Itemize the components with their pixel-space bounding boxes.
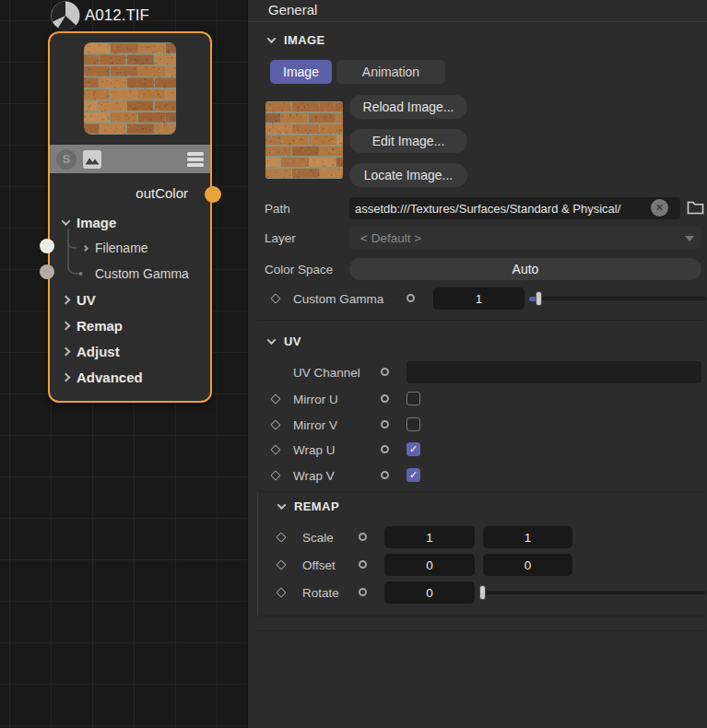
custom-gamma-slider[interactable] — [529, 297, 706, 300]
browse-folder-icon[interactable] — [687, 199, 704, 215]
tree-item-image[interactable]: Image — [50, 209, 210, 235]
tree-item-custom-gamma[interactable]: Custom Gamma — [50, 261, 210, 287]
connection-port-icon[interactable] — [381, 368, 389, 376]
mirror-v-checkbox[interactable]: ✓ — [407, 417, 420, 431]
connection-port-icon[interactable] — [359, 533, 367, 541]
keyframe-diamond-icon[interactable] — [270, 419, 280, 429]
tree-item-advanced[interactable]: Advanced — [50, 364, 210, 390]
clear-path-icon[interactable]: ✕ — [651, 199, 668, 217]
uv-channel-label: UV Channel — [293, 366, 360, 380]
connection-port-icon[interactable] — [407, 294, 415, 302]
offset-label: Offset — [302, 558, 336, 572]
locate-image-button[interactable]: Locate Image... — [349, 163, 467, 187]
connection-port-icon[interactable] — [381, 394, 389, 403]
connection-port-icon[interactable] — [359, 560, 367, 569]
path-label: Path — [265, 202, 290, 216]
remap-section-header[interactable]: REMAP — [278, 499, 339, 513]
divider — [248, 21, 707, 22]
node-texture-thumbnail — [84, 42, 176, 135]
rotate-label: Rotate — [302, 586, 339, 600]
keyframe-diamond-icon[interactable] — [270, 444, 280, 454]
divider — [257, 320, 706, 321]
wrap-v-label: Wrap V — [293, 469, 335, 483]
offset-x-value[interactable]: 0 — [384, 554, 475, 576]
node-graph-canvas[interactable]: A012.TIF S outColor Image — [0, 0, 247, 728]
wrap-u-label: Wrap U — [293, 443, 336, 457]
mirror-u-checkbox[interactable]: ✓ — [407, 392, 420, 405]
chevron-down-icon[interactable] — [277, 500, 287, 510]
rotate-value[interactable]: 0 — [384, 581, 475, 604]
layer-label: Layer — [265, 231, 296, 245]
mirror-v-label: Mirror V — [293, 418, 337, 432]
connection-port-icon[interactable] — [359, 588, 367, 596]
texture-sphere-icon — [50, 0, 81, 31]
keyframe-diamond-icon[interactable] — [270, 470, 280, 480]
chevron-down-icon — [685, 236, 694, 241]
keyframe-diamond-icon[interactable] — [270, 393, 280, 404]
keyframe-diamond-icon[interactable] — [270, 293, 280, 303]
connection-port-icon[interactable] — [381, 420, 389, 429]
checkmark-icon: ✓ — [409, 470, 418, 480]
chevron-down-icon[interactable] — [62, 217, 71, 226]
out-color-port[interactable] — [205, 186, 221, 203]
custom-gamma-label: Custom Gamma — [293, 292, 383, 306]
mirror-u-label: Mirror U — [293, 393, 338, 406]
node-title: A012.TIF — [85, 6, 149, 25]
connection-port-icon[interactable] — [381, 471, 389, 479]
reload-image-button[interactable]: Reload Image... — [349, 95, 467, 119]
layer-dropdown[interactable]: < Default > — [349, 227, 701, 249]
checkmark-icon: ✓ — [409, 444, 418, 454]
node-attribute-tree: Image Filename Custom Gamma UV Remap Adj… — [50, 209, 210, 390]
scale-x-value[interactable]: 1 — [384, 526, 475, 548]
chevron-down-icon[interactable] — [267, 34, 277, 43]
image-section-header[interactable]: IMAGE — [268, 33, 325, 47]
menu-icon[interactable] — [187, 152, 204, 167]
tab-image[interactable]: Image — [270, 60, 332, 84]
offset-y-value[interactable]: 0 — [483, 554, 572, 576]
tree-item-filename[interactable]: Filename — [50, 235, 210, 261]
s-badge-icon[interactable]: S — [56, 149, 77, 170]
chevron-right-icon[interactable] — [62, 295, 71, 304]
connection-port-icon[interactable] — [381, 445, 389, 453]
wrap-u-checkbox[interactable]: ✓ — [407, 442, 420, 456]
chevron-right-icon[interactable] — [82, 244, 88, 251]
panel-title: General — [268, 2, 317, 18]
slider-handle[interactable] — [479, 585, 486, 600]
chevron-right-icon[interactable] — [62, 321, 71, 330]
panel-texture-thumbnail[interactable] — [265, 101, 343, 179]
chevron-down-icon[interactable] — [267, 335, 277, 345]
node-header[interactable]: A012.TIF — [50, 0, 149, 31]
custom-gamma-value[interactable]: 1 — [433, 288, 524, 310]
scale-y-value[interactable]: 1 — [483, 526, 572, 548]
filename-input-port[interactable] — [40, 239, 54, 253]
chevron-right-icon[interactable] — [62, 346, 71, 356]
wrap-v-checkbox[interactable]: ✓ — [407, 468, 420, 482]
tree-item-adjust[interactable]: Adjust — [50, 338, 210, 364]
tree-item-remap[interactable]: Remap — [50, 312, 210, 338]
node-toolbar: S — [50, 145, 210, 173]
slider-handle[interactable] — [536, 291, 542, 306]
tree-item-uv[interactable]: UV — [50, 287, 210, 312]
divider — [255, 630, 706, 631]
color-space-dropdown[interactable]: Auto — [349, 258, 701, 280]
scale-label: Scale — [302, 531, 334, 545]
path-input[interactable]: assetdb:///Textures/Surfaces/Standard & … — [349, 197, 680, 219]
edit-image-button[interactable]: Edit Image... — [349, 129, 467, 153]
chevron-right-icon[interactable] — [62, 372, 71, 382]
tab-animation[interactable]: Animation — [336, 60, 445, 84]
image-preview-icon[interactable] — [82, 149, 102, 170]
custom-gamma-input-port[interactable] — [40, 264, 54, 279]
color-space-label: Color Space — [265, 263, 333, 276]
uv-section-header[interactable]: UV — [268, 335, 301, 348]
out-color-port-label: outColor — [136, 185, 188, 201]
properties-panel: General IMAGE Image Animation Reload Ima… — [247, 0, 707, 728]
uv-channel-input[interactable] — [407, 361, 701, 383]
rotate-slider[interactable] — [481, 591, 706, 594]
texture-node[interactable]: S outColor Image Filename C — [48, 31, 212, 403]
